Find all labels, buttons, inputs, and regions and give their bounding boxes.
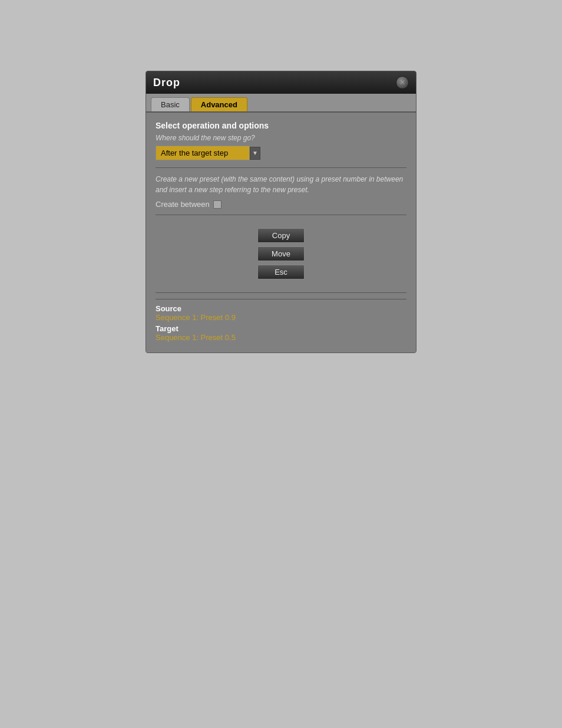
tab-basic[interactable]: Basic [151, 97, 190, 111]
esc-button[interactable]: Esc [257, 265, 305, 279]
dialog-content: Select operation and options Where shoul… [146, 113, 416, 353]
create-between-row: Create between [156, 200, 406, 209]
target-value: Sequence 1: Preset 0.5 [156, 333, 406, 342]
dialog-title: Drop [153, 77, 180, 89]
copy-button[interactable]: Copy [257, 228, 305, 243]
move-button[interactable]: Move [257, 246, 305, 261]
description-text: Create a new preset (with the same conte… [156, 174, 406, 195]
drop-dialog: Drop ✕ Basic Advanced Select operation a… [146, 71, 416, 353]
divider-1 [156, 167, 406, 168]
step-position-dropdown[interactable]: After the target step [156, 146, 250, 160]
divider-2 [156, 215, 406, 215]
title-bar: Drop ✕ [146, 71, 416, 94]
dropdown-arrow-icon[interactable]: ▼ [250, 147, 260, 160]
divider-3 [156, 292, 406, 293]
dropdown-row: After the target step ▼ [156, 146, 406, 160]
close-icon: ✕ [399, 78, 405, 87]
dropdown-value: After the target step [161, 149, 228, 157]
info-section: Source Sequence 1: Preset 0.9 Target Seq… [156, 299, 406, 342]
tabs-bar: Basic Advanced [146, 94, 416, 113]
where-label: Where should the new step go? [156, 134, 406, 142]
source-value: Sequence 1: Preset 0.9 [156, 313, 406, 322]
target-label: Target [156, 324, 406, 333]
close-button[interactable]: ✕ [396, 76, 409, 89]
tab-advanced[interactable]: Advanced [191, 97, 247, 111]
create-between-checkbox[interactable] [213, 200, 222, 209]
section-title: Select operation and options [156, 121, 406, 130]
source-label: Source [156, 304, 406, 313]
create-between-label: Create between [156, 200, 210, 209]
buttons-section: Copy Move Esc [156, 221, 406, 286]
